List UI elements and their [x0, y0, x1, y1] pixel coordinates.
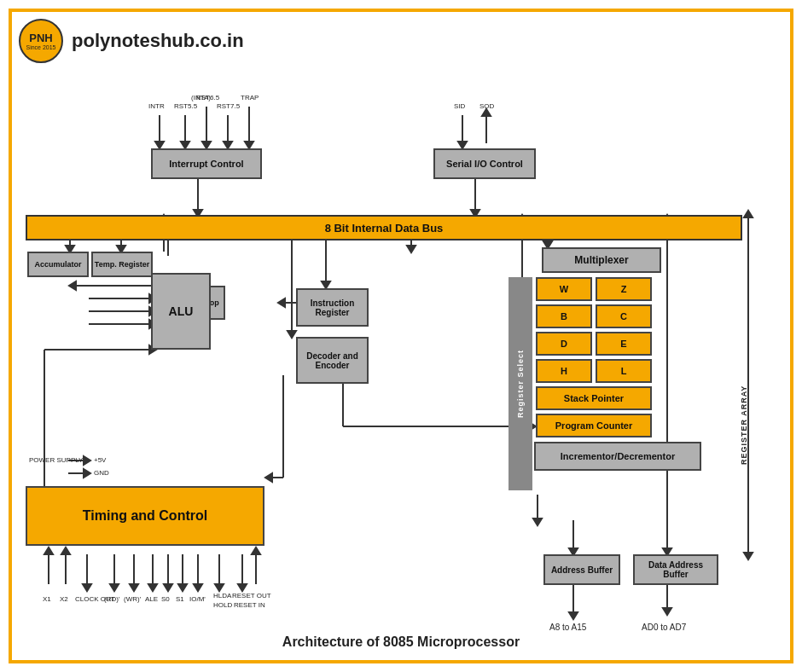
svg-marker-5 — [202, 142, 211, 148]
temp-register-box: Temp. Register — [91, 252, 153, 277]
svg-marker-27 — [322, 281, 330, 288]
timing-control-box: Timing and Control — [26, 486, 264, 546]
svg-marker-101 — [533, 518, 542, 525]
svg-marker-82 — [69, 281, 76, 290]
accumulator-box: Accumulator — [27, 252, 89, 277]
reset-out-label: RESET OUT — [232, 592, 271, 600]
hold-label: HOLD — [213, 601, 232, 609]
multiplexer-box: Multiplexer — [542, 247, 661, 273]
x2-label: X2 — [60, 595, 68, 603]
hlda-label: HLDA — [213, 592, 231, 600]
site-name: polynoteshub.co.in — [72, 30, 244, 52]
register-array-label: REGISTER ARRAY — [740, 277, 748, 465]
gnd-label: GND — [94, 469, 109, 477]
serial-io-box: Serial I/O Control — [433, 148, 536, 179]
ad0-ad7-label: AD0 to AD7 — [642, 623, 686, 632]
svg-marker-14 — [458, 142, 467, 148]
svg-marker-72 — [238, 584, 247, 591]
svg-marker-51 — [44, 547, 53, 554]
plus5v-label: +5V — [94, 456, 106, 464]
data-address-buffer-box: Data Address Buffer — [633, 554, 718, 585]
iom-label: IO/M' — [189, 595, 206, 603]
interrupt-control-box: Interrupt Control — [151, 148, 262, 179]
s1-label: S1 — [176, 595, 184, 603]
svg-marker-29 — [278, 298, 285, 307]
bottom-title: Architecture of 8085 Microprocessor — [19, 634, 783, 650]
svg-marker-63 — [164, 584, 172, 591]
reg-h-box: H — [536, 359, 592, 383]
svg-marker-67 — [194, 584, 202, 591]
reg-w-box: W — [536, 277, 592, 301]
register-select-label: Register Select — [514, 346, 526, 421]
power-supply-label: POWER SUPPLY — [29, 456, 83, 464]
logo: PNH Since 2015 — [19, 19, 63, 63]
svg-marker-9 — [245, 142, 253, 148]
header: PNH Since 2015 polynoteshub.co.in — [19, 19, 783, 63]
svg-marker-69 — [215, 584, 224, 591]
program-counter-box: Program Counter — [536, 414, 652, 437]
svg-marker-103 — [84, 456, 90, 465]
logo-pnh: PNH — [29, 32, 52, 44]
svg-marker-53 — [61, 547, 70, 554]
logo-since: Since 2015 — [26, 44, 55, 50]
rst65-label: RST6.5 — [196, 94, 219, 101]
svg-arrows — [19, 68, 787, 631]
reg-e-box: E — [596, 332, 652, 356]
reg-c-box: C — [596, 304, 652, 328]
x1-label: X1 — [43, 595, 51, 603]
reg-l-box: L — [596, 359, 652, 383]
rst75-label: RST7.5 — [217, 102, 240, 110]
incrementor-box: Incrementor/Decrementor — [534, 442, 701, 471]
wr-label: (WR)' — [124, 595, 141, 603]
reg-b-box: B — [536, 304, 592, 328]
svg-marker-49 — [663, 608, 671, 615]
rst55-label: RST5.5 — [174, 102, 197, 110]
svg-marker-61 — [148, 584, 157, 591]
svg-marker-105 — [84, 469, 90, 478]
svg-marker-55 — [83, 584, 91, 591]
sod-label: SOD — [479, 102, 494, 110]
reg-d-box: D — [536, 332, 592, 356]
reset-in-label: RESET IN — [234, 601, 265, 609]
svg-marker-59 — [130, 584, 138, 591]
svg-marker-31 — [288, 331, 296, 338]
outer-border: PNH Since 2015 polynoteshub.co.in — [9, 9, 793, 663]
s0-label: S0 — [161, 595, 170, 603]
instruction-register-box: Instruction Register — [296, 288, 369, 327]
svg-marker-98 — [744, 211, 753, 217]
svg-marker-90 — [265, 473, 272, 482]
svg-marker-46 — [569, 612, 578, 619]
address-buffer-box: Address Buffer — [543, 554, 620, 585]
svg-marker-7 — [224, 142, 232, 148]
svg-marker-36 — [407, 246, 416, 252]
register-select-bar: Register Select — [509, 277, 532, 490]
ale-label: ALE — [145, 595, 158, 603]
intr-label: INTR — [148, 102, 165, 110]
stack-pointer-box: Stack Pointer — [536, 386, 652, 410]
svg-marker-74 — [252, 547, 260, 554]
decoder-encoder-box: Decoder and Encoder — [296, 337, 369, 384]
svg-marker-57 — [110, 584, 119, 591]
data-bus: 8 Bit Internal Data Bus — [26, 215, 742, 240]
svg-marker-1 — [155, 142, 164, 148]
trap-label: TRAP — [241, 94, 259, 101]
sid-label: SID — [454, 102, 465, 110]
alu-box: ALU — [151, 273, 211, 350]
svg-marker-16 — [482, 109, 491, 116]
a8-a15-label: A8 to A15 — [549, 623, 586, 632]
rd-label: (RD)' — [104, 595, 119, 603]
svg-marker-65 — [178, 584, 187, 591]
svg-marker-99 — [744, 553, 753, 559]
reg-z-box: Z — [596, 277, 652, 301]
diagram: INTR (INTA) RST5.5 RST6.5 RST7.5 TRAP SI… — [19, 68, 787, 631]
svg-marker-3 — [181, 142, 189, 148]
